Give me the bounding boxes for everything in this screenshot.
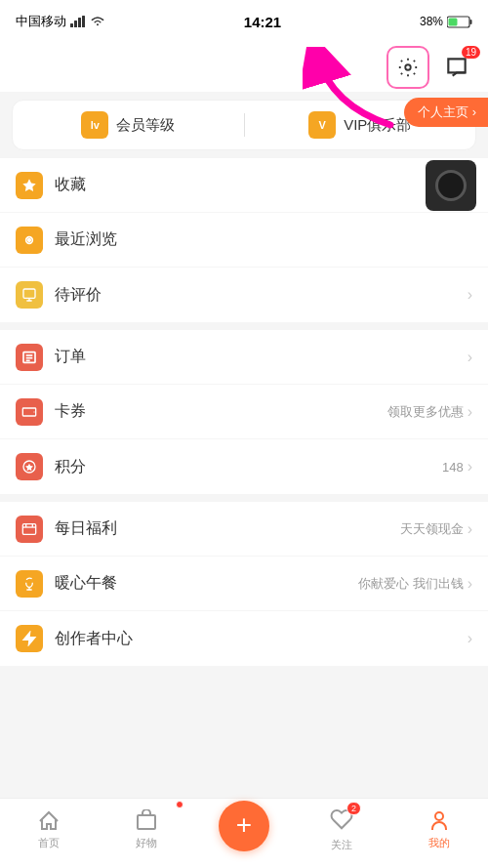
favorites-label: 收藏	[55, 175, 472, 195]
vouchers-chevron: ›	[468, 403, 472, 421]
add-icon: +	[236, 811, 252, 839]
daily-welfare-chevron: ›	[468, 520, 472, 538]
to-review-chevron: ›	[468, 286, 472, 304]
status-bar: 中国移动 14:21 38%	[0, 0, 488, 43]
orders-item[interactable]: 订单 ›	[0, 330, 488, 385]
svg-rect-0	[70, 23, 73, 27]
menu-section-3: 每日福利 天天领现金 › 暖心午餐 你献爱心 我们出钱 ›	[0, 502, 488, 666]
settings-button[interactable]	[386, 46, 429, 89]
message-button[interactable]: 19	[437, 48, 476, 87]
goods-icon	[135, 809, 158, 833]
vouchers-right-text: 领取更多优惠	[387, 403, 464, 421]
home-icon	[37, 809, 61, 833]
recent-browse-item[interactable]: 最近浏览	[0, 213, 488, 268]
favorites-item[interactable]: 收藏	[0, 158, 488, 213]
svg-rect-12	[23, 289, 35, 298]
personal-homepage-button[interactable]: 个人主页 ›	[404, 98, 488, 127]
orders-icon	[16, 344, 43, 371]
creator-center-item[interactable]: 创作者中心 ›	[0, 611, 488, 666]
to-review-item[interactable]: 待评价 ›	[0, 268, 488, 322]
orders-label: 订单	[55, 347, 468, 367]
vouchers-label: 卡券	[55, 401, 387, 422]
points-item[interactable]: 积分 148 ›	[0, 439, 488, 494]
svg-marker-9	[22, 179, 35, 191]
svg-rect-6	[449, 18, 458, 25]
status-right: 38%	[420, 15, 472, 28]
status-time: 14:21	[244, 14, 281, 30]
daily-welfare-text: 天天领现金	[400, 520, 464, 538]
goods-dot	[176, 801, 183, 808]
tab-mine[interactable]: 我的	[390, 799, 488, 868]
points-icon	[16, 453, 43, 480]
warm-lunch-chevron: ›	[468, 575, 472, 593]
gear-icon	[397, 57, 419, 78]
svg-rect-5	[470, 20, 472, 24]
daily-welfare-item[interactable]: 每日福利 天天领现金 ›	[0, 502, 488, 557]
carrier-text: 中国移动	[16, 13, 66, 30]
creator-center-label: 创作者中心	[55, 629, 468, 649]
add-button[interactable]: +	[219, 801, 269, 851]
wifi-icon	[90, 16, 105, 27]
battery-text: 38%	[420, 15, 443, 28]
to-review-icon	[16, 281, 43, 309]
recent-browse-label: 最近浏览	[55, 229, 472, 250]
mine-icon	[427, 809, 451, 833]
tab-add[interactable]: +	[195, 799, 293, 868]
svg-rect-1	[74, 21, 77, 27]
svg-rect-22	[22, 523, 35, 534]
tab-goods-label: 好物	[136, 836, 157, 850]
status-left: 中国移动	[16, 13, 105, 30]
signal-icon	[70, 16, 86, 27]
battery-icon	[447, 16, 472, 28]
follow-badge: 2	[346, 802, 361, 815]
tab-goods[interactable]: 好物	[98, 799, 195, 868]
warm-lunch-icon	[16, 570, 43, 598]
warm-lunch-text: 你献爱心 我们出钱	[358, 575, 464, 593]
creator-center-chevron: ›	[468, 630, 472, 647]
svg-marker-23	[23, 632, 35, 644]
svg-rect-24	[138, 815, 155, 829]
warm-lunch-item[interactable]: 暖心午餐 你献爱心 我们出钱 ›	[0, 557, 488, 611]
daily-welfare-icon	[16, 516, 43, 543]
daily-welfare-right: 天天领现金 ›	[400, 520, 472, 538]
svg-point-25	[435, 812, 443, 820]
follow-icon-wrapper: 2	[330, 807, 353, 835]
creator-center-icon	[16, 625, 43, 652]
to-review-label: 待评价	[55, 285, 468, 306]
warm-lunch-right: 你献爱心 我们出钱 ›	[358, 575, 472, 593]
svg-marker-21	[25, 464, 33, 472]
points-value: 148	[442, 460, 464, 475]
svg-rect-2	[78, 18, 81, 27]
vouchers-item[interactable]: 卡券 领取更多优惠 ›	[0, 385, 488, 439]
creator-center-right: ›	[468, 630, 472, 647]
to-review-right: ›	[468, 286, 472, 304]
member-level-item[interactable]: lv 会员等级	[13, 111, 244, 139]
tab-follow-label: 关注	[331, 838, 352, 852]
vip-label: VIP俱乐部	[344, 116, 411, 135]
orders-right: ›	[468, 349, 472, 366]
daily-welfare-label: 每日福利	[55, 518, 400, 539]
points-chevron: ›	[468, 458, 472, 475]
points-right: 148 ›	[442, 458, 472, 475]
tab-mine-label: 我的	[428, 836, 450, 850]
chat-icon	[444, 55, 469, 80]
menu-section-2: 订单 › 卡券 领取更多优惠 › 积	[0, 330, 488, 494]
recent-browse-icon	[16, 227, 43, 254]
tab-home-label: 首页	[38, 836, 60, 850]
menu-section-1: 收藏 最近浏览 待评价 ›	[0, 158, 488, 322]
orders-chevron: ›	[468, 349, 472, 366]
message-badge: 19	[462, 46, 480, 59]
vip-icon: V	[308, 111, 336, 139]
tab-follow[interactable]: 2 关注	[293, 799, 390, 868]
member-level-icon: lv	[81, 111, 108, 139]
warm-lunch-label: 暖心午餐	[55, 573, 358, 594]
favorites-icon	[16, 172, 43, 199]
svg-point-11	[28, 238, 31, 241]
top-nav: 19	[0, 43, 488, 92]
vouchers-right: 领取更多优惠 ›	[387, 403, 472, 421]
svg-rect-3	[82, 16, 85, 27]
member-level-label: 会员等级	[116, 116, 175, 135]
tab-bar: 首页 好物 + 2 关注 我的	[0, 798, 488, 868]
tab-home[interactable]: 首页	[0, 799, 98, 868]
content-area: lv 会员等级 V VIP俱乐部 收藏	[0, 92, 488, 798]
